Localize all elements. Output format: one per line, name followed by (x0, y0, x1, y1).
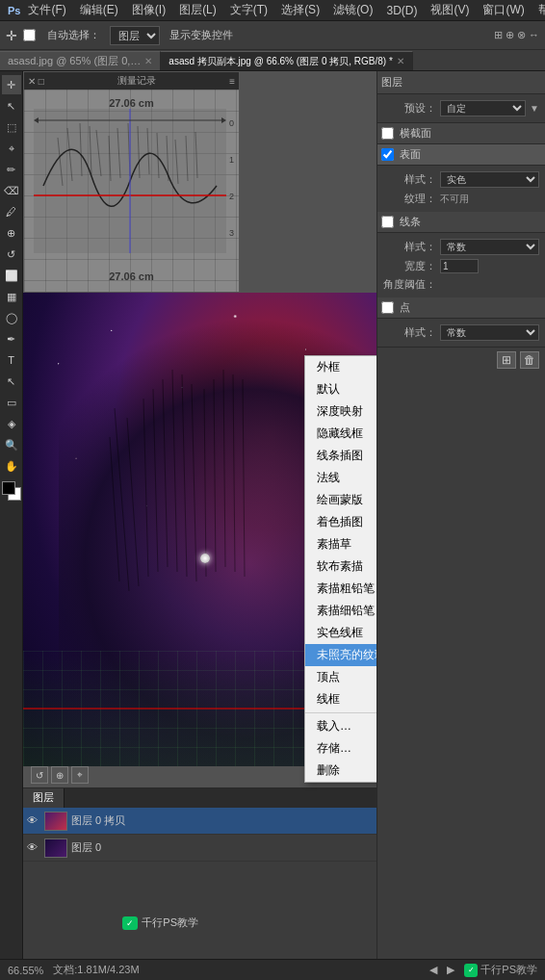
cross-section-checkbox[interactable] (381, 127, 394, 140)
menu-layer[interactable]: 图层(L) (173, 0, 222, 20)
line-width-label: 宽度： (383, 259, 436, 273)
menu-edit[interactable]: 编辑(E) (74, 0, 124, 20)
layer-select[interactable]: 图层 (110, 26, 160, 45)
ctx-shengdu[interactable]: 深度映射 (305, 400, 376, 423)
move-tool[interactable]: ✛ (2, 75, 21, 94)
surface-style-label: 样式： (383, 172, 436, 187)
ctx-cunchuo[interactable]: 存储… (305, 737, 376, 760)
svg-line-24 (143, 399, 148, 577)
svg-line-30 (204, 389, 206, 577)
ctx-zhase[interactable]: 着色插图 (305, 511, 376, 533)
type-tool[interactable]: T (2, 350, 21, 370)
menu-file[interactable]: 文件(F) (22, 0, 71, 20)
menu-window[interactable]: 窗口(W) (477, 0, 530, 20)
fg-color[interactable] (2, 481, 15, 495)
eyedropper-tool[interactable]: ✏ (2, 160, 21, 179)
move-3d-btn[interactable]: ⊕ (51, 766, 68, 784)
hand-tool[interactable]: ✋ (2, 456, 21, 476)
gradient-tool[interactable]: ▦ (2, 287, 21, 306)
color-chips[interactable] (2, 481, 21, 501)
lasso-tool[interactable]: ⬚ (2, 117, 21, 137)
layer-row-1[interactable]: 👁 图层 0 拷贝 (23, 808, 376, 835)
ctx-mouren[interactable]: 默认 (305, 378, 376, 400)
layer-thumb-1 (44, 812, 67, 831)
scale-btn[interactable]: ⌖ (71, 766, 89, 784)
layer-eye-2[interactable]: 👁 (27, 841, 40, 855)
preset-dropdown[interactable]: 自定 (440, 100, 526, 116)
ps-logo: Ps (8, 5, 20, 16)
point-checkbox[interactable] (381, 301, 394, 314)
wechat-icon: ✓ (122, 916, 138, 930)
panel-action-add[interactable]: ⊞ (497, 351, 516, 369)
ctx-xi-qianbi[interactable]: 素描细铅笔 (305, 600, 376, 622)
properties-section: 预设： 自定 ▼ (377, 94, 545, 123)
context-menu: 外框 默认 深度映射 隐藏线框 线条插图 法线 绘画蒙版 着色插图 素描草 软布… (304, 355, 376, 783)
surface-style-dropdown[interactable]: 实色 (440, 171, 539, 188)
select-tool[interactable]: ↖ (2, 96, 21, 116)
heal-tool[interactable]: ⌫ (2, 181, 21, 200)
point-style-dropdown[interactable]: 常数 (440, 324, 539, 341)
layer-eye-1[interactable]: 👁 (27, 814, 40, 828)
ctx-divider (305, 712, 376, 713)
menu-help[interactable]: 帮助 (532, 0, 545, 20)
nav-left-icon[interactable]: ◀ (429, 964, 437, 976)
layers-tab[interactable]: 图层 (23, 788, 65, 808)
preset-label: 预设： (383, 101, 436, 116)
svg-line-25 (153, 389, 158, 572)
path-select-tool[interactable]: ↖ (2, 372, 21, 391)
ctx-yincang[interactable]: 隐藏线框 (305, 423, 376, 445)
pen-tool[interactable]: ✒ (2, 329, 21, 348)
ctx-dingdian[interactable]: 顶点 (305, 666, 376, 688)
line-width-input[interactable] (440, 259, 479, 273)
panel-action-delete[interactable]: 🗑 (520, 351, 539, 369)
eraser-tool[interactable]: ⬜ (2, 266, 21, 285)
tab-1[interactable]: asasd.jpg @ 65% (图层 0,… ✕ (0, 51, 161, 70)
ctx-cu-qianbi[interactable]: 素描粗铅笔 (305, 578, 376, 600)
dodge-tool[interactable]: ◯ (2, 308, 21, 327)
ctx-shanchu[interactable]: 删除 (305, 760, 376, 782)
right-panel: 图层 预设： 自定 ▼ 横截面 表面 样式： 实 (376, 71, 545, 959)
menu-select[interactable]: 选择(S) (275, 0, 325, 20)
ctx-shise-kuang[interactable]: 实色线框 (305, 622, 376, 644)
menu-view[interactable]: 视图(V) (425, 0, 475, 20)
auto-select-label: 自动选择： (43, 26, 104, 44)
menu-filter[interactable]: 滤镜(O) (327, 0, 378, 20)
cross-section-label: 横截面 (400, 126, 431, 141)
brush-tool[interactable]: 🖊 (2, 202, 21, 221)
shape-tool[interactable]: ▭ (2, 393, 21, 412)
clone-tool[interactable]: ⊕ (2, 223, 21, 243)
tab-2[interactable]: asasd 拷贝副本.jpg @ 66.6% (图层 0 拷贝, RGB/8) … (161, 51, 412, 70)
point-section-header: 点 (377, 297, 545, 319)
ctx-xiantiao[interactable]: 线条插图 (305, 445, 376, 467)
ctx-huihua[interactable]: 绘画蒙版 (305, 489, 376, 511)
svg-line-31 (214, 379, 216, 572)
surface-checkbox[interactable] (381, 148, 394, 161)
3d-tool[interactable]: ◈ (2, 414, 21, 433)
menu-3d[interactable]: 3D(D) (380, 2, 423, 19)
layer-row-2[interactable]: 👁 图层 0 (23, 835, 376, 862)
float-window: ✕ □ 测量记录 ≡ 27.06 cm (23, 71, 240, 293)
history-tool[interactable]: ↺ (2, 245, 21, 264)
wechat-circle-icon: ✓ (464, 964, 478, 977)
menu-text[interactable]: 文字(T) (224, 0, 273, 20)
line-style-dropdown[interactable]: 常数 (440, 239, 539, 255)
svg-line-27 (172, 370, 177, 572)
status-bar: 66.55% 文档:1.81M/4.23M ◀ ▶ ✓ 千行PS教学 (0, 959, 545, 980)
crop-tool[interactable]: ⌖ (2, 139, 21, 158)
line-properties: 样式： 常数 宽度： 角度阈值： (377, 233, 545, 297)
cross-section-header: 横截面 (377, 123, 545, 144)
nav-right-icon[interactable]: ▶ (447, 964, 454, 976)
ctx-xiankuang[interactable]: 线框 (305, 688, 376, 710)
rotate-left-btn[interactable]: ↺ (31, 766, 48, 784)
line-checkbox[interactable] (381, 216, 394, 228)
zoom-tool[interactable]: 🔍 (2, 435, 21, 454)
menu-image[interactable]: 图像(I) (126, 0, 171, 20)
ctx-weizhaoliang[interactable]: 未照亮的纹理 (305, 644, 376, 666)
ctx-zairu[interactable]: 载入… (305, 715, 376, 737)
ctx-waikuang[interactable]: 外框 (305, 356, 376, 378)
auto-select-checkbox[interactable] (23, 29, 36, 41)
ctx-sumiaocao[interactable]: 素描草 (305, 533, 376, 555)
svg-line-22 (115, 408, 129, 591)
ctx-faxian[interactable]: 法线 (305, 467, 376, 489)
ctx-ruanbu[interactable]: 软布素描 (305, 555, 376, 578)
